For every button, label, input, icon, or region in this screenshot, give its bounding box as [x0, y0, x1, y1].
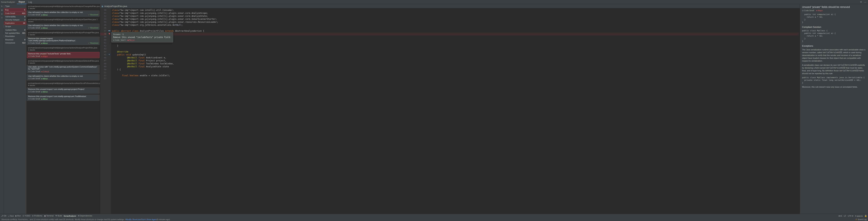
issue-file-header[interactable]: src/main/java/com/yujunyang/intellij/plu…: [27, 46, 99, 52]
filter-not-updated-files[interactable]: Not updated files421: [4, 31, 26, 35]
issue-item[interactable]: Use isEmpty() to check whether the colle…: [27, 10, 99, 17]
bubble-type: ⊙ Code Smell: [113, 39, 126, 41]
filter-bug[interactable]: Bug5: [4, 8, 26, 11]
status-terminal[interactable]: ▣ Terminal: [44, 215, 54, 217]
left-tool-rail: ↻ ⚙ ✕ ?: [0, 4, 4, 214]
code-smell-icon: ⊙ Code Smell: [28, 77, 40, 80]
status-charset[interactable]: UTF-8: [848, 215, 853, 217]
rule-code-1: public int compute(int a) { return a * 4…: [802, 13, 866, 24]
code-smell-icon: ⊙ Code Smell: [28, 55, 40, 57]
issue-item[interactable]: Remove this unused import 'com.intellij.…: [27, 87, 99, 94]
issues-list[interactable]: src/main/java/com/yujunyang/intellij/plu…: [27, 4, 100, 214]
code-smell-icon: ⊙ Code Smell: [28, 91, 40, 93]
rule-code-2: public class MyClass { public int comput…: [802, 29, 866, 42]
top-tab-bar: SonarAnalyzer: Report Log ⚙ —: [0, 0, 868, 4]
severity-badge: ● Minor: [41, 91, 48, 93]
issue-file-header[interactable]: src/main/java/com/yujunyang/intellij/plu…: [27, 31, 99, 36]
filter-resolved[interactable]: Resolved8: [4, 38, 26, 41]
code-smell-icon: ⊙ Code Smell: [28, 42, 40, 44]
filter-duplication[interactable]: Duplication19: [4, 21, 26, 25]
status-dependencies[interactable]: ⧉ Dependencies: [78, 215, 92, 217]
code-smell-icon: ⊙ Code Smell: [28, 13, 40, 16]
editor-tab[interactable]: ◉ AnalyzeProjectFiles.java: [100, 4, 800, 8]
resolved-badge: ✓ Resolved: [88, 27, 98, 29]
filter-unresolved[interactable]: Unresolved413: [4, 41, 26, 44]
rule-code-3: public class MyClass implements java.io.…: [802, 76, 866, 84]
issue-item[interactable]: Remove this unused "includeTests" privat…: [27, 52, 99, 58]
severity-badge: ● Minor: [41, 27, 48, 29]
severity-badge: ● Minor: [41, 42, 48, 44]
editor-body[interactable]: 3031323334353637383940414243444546474849…: [100, 8, 800, 214]
filter-sidebar: TypeBug5Code Smell413Vulnerability0Secur…: [4, 4, 27, 214]
bubble-head: Issues: 1: [113, 33, 171, 35]
code-smell-icon: ⊙ Code Smell: [28, 27, 40, 29]
filter-section-resolution: Resolution: [4, 35, 26, 38]
help-icon[interactable]: ?: [1, 17, 3, 19]
severity-badge: ● Major: [41, 55, 48, 57]
filter-updated-files[interactable]: Updated files0: [4, 28, 26, 31]
code-smell-icon: ⊙ Code Smell: [28, 98, 40, 100]
issue-item[interactable]: Use isEmpty() to check whether the colle…: [27, 74, 99, 81]
exceptions-head: Exceptions: [802, 44, 866, 47]
tab-log[interactable]: Log: [27, 0, 34, 4]
severity-badge: ● Minor: [41, 14, 48, 16]
status-build[interactable]: ⚒ Build: [55, 215, 62, 217]
status-git[interactable]: ⎇ Git: [1, 215, 6, 217]
resolved-badge: ✓ Resolved: [88, 42, 98, 44]
filter-code-smell[interactable]: Code Smell413: [4, 11, 26, 15]
status-find[interactable]: ⌕ Find: [8, 215, 13, 217]
message-text: Shortcuts conflicts: Find Action... and …: [1, 218, 126, 220]
refresh-icon[interactable]: ↻: [1, 5, 3, 8]
issue-item[interactable]: Remove this unused import 'com.intellij.…: [27, 37, 99, 45]
minimize-icon[interactable]: —: [864, 1, 867, 3]
java-file-icon: ◉: [101, 5, 103, 7]
gutter-marks: ●●●◐: [108, 8, 111, 214]
link-dont-show[interactable]: Don't Show Again: [141, 218, 157, 220]
top-tab-label: SonarAnalyzer:: [1, 1, 16, 3]
message-bar: Shortcuts conflicts: Find Action... and …: [0, 218, 868, 221]
filter-security-hotspot[interactable]: Security Hotspot3: [4, 18, 26, 21]
link-modify-shortcuts[interactable]: Modify Shortcuts: [126, 218, 140, 220]
issue-tooltip: Issues: 1 Remove this unused "includeTes…: [111, 32, 173, 42]
severity-badge: ● Critical: [41, 70, 49, 72]
code-smell-icon: ⊙ Code Smell: [28, 70, 40, 72]
filter-section-type: Type: [4, 4, 26, 8]
bubble-sev: ● Major: [127, 39, 135, 41]
issue-item[interactable]: Use static access with "com.intellij.ope…: [27, 65, 99, 73]
status-enc[interactable]: LF: [844, 215, 846, 217]
editor-pane: ◉ AnalyzeProjectFiles.java 3031323334353…: [100, 4, 800, 214]
issue-file-header[interactable]: src/main/java/com/yujunyang/intellij/plu…: [27, 59, 99, 65]
exceptions-para-1: The Java serialization runtime associate…: [802, 48, 866, 62]
tab-report[interactable]: Report: [17, 0, 27, 4]
close-icon[interactable]: ✕: [1, 12, 3, 15]
editor-file-name: AnalyzeProjectFiles.java: [104, 5, 127, 7]
exceptions-para-2: A serializable class can declare its own…: [802, 64, 866, 75]
status-sonaranalyzer[interactable]: SonarAnalyzer: [64, 215, 76, 217]
rule-severity: ● Major: [816, 9, 823, 12]
issue-file-header[interactable]: src/main/java/com/yujunyang/intellij/plu…: [27, 82, 99, 87]
status-problems[interactable]: ⊘ Problems: [32, 215, 42, 217]
line-gutter: 3031323334353637383940414243444546474849…: [100, 8, 108, 214]
issue-file-header[interactable]: src/main/java/com/yujunyang/intellij/plu…: [27, 4, 99, 10]
status-indent[interactable]: 4 spaces: [855, 215, 863, 217]
exceptions-para-3: Moreover, this rule doesn't raise any is…: [802, 86, 866, 88]
status-run[interactable]: ▶ Run: [16, 215, 21, 217]
gear-icon[interactable]: ⚙: [860, 1, 862, 3]
issue-file-header[interactable]: src/main/java/com/yujunyang/intellij/plu…: [27, 18, 99, 23]
status-bar: ⎇ Git⌕ Find▶ Run☑ TODO⊘ Problems▣ Termin…: [0, 214, 868, 218]
issue-item[interactable]: Use isEmpty() to check whether the colle…: [27, 24, 99, 30]
rule-type: ⊙ Code Smell: [802, 9, 814, 12]
resolved-badge: ✓ Resolved: [88, 13, 98, 16]
filter-vulnerability[interactable]: Vulnerability0: [4, 15, 26, 18]
status-todo[interactable]: ☑ TODO: [23, 215, 30, 217]
rule-title: Unused "private" fields should be remove…: [802, 6, 866, 8]
filter-section-scope: Scope: [4, 25, 26, 28]
event-log-button[interactable]: ⚠ Event Log: [856, 218, 867, 220]
status-pos[interactable]: 38:5: [838, 215, 842, 217]
issue-item[interactable]: Remove this unused import 'com.intellij.…: [27, 95, 99, 101]
severity-badge: ● Minor: [41, 98, 48, 100]
settings-icon[interactable]: ⚙: [1, 9, 3, 11]
lock-icon[interactable]: 🔒: [865, 215, 867, 217]
code-area[interactable]: class="kw-imp">import com.intellij.util.…: [111, 8, 800, 214]
bubble-msg: Remove this unused "includeTests" privat…: [113, 36, 171, 38]
